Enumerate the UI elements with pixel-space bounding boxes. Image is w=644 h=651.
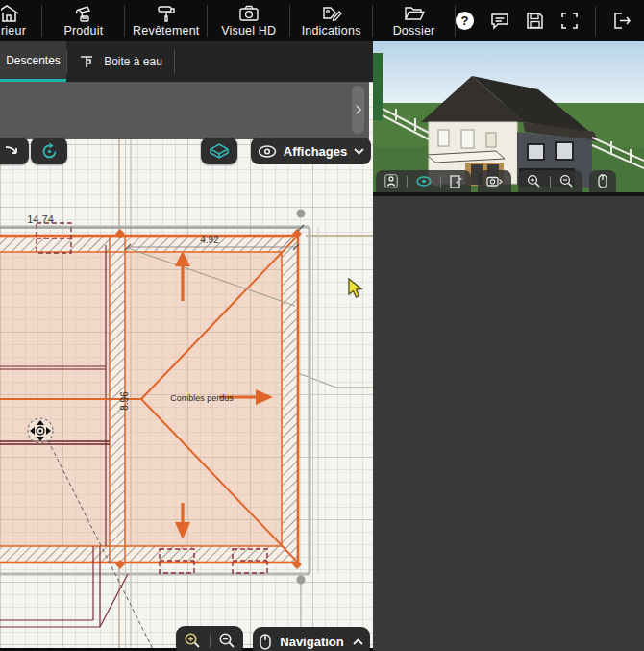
spray-gun-icon — [72, 4, 95, 23]
toolbar-item-exterieur[interactable]: rieur — [0, 0, 41, 41]
exit-icon[interactable] — [612, 12, 632, 30]
camera-move-icon[interactable] — [486, 175, 503, 188]
roof-plan-drawing[interactable]: 14.74 4.92 8.96 Combles perdus — [0, 82, 373, 651]
navigation-label: Navigation — [280, 635, 343, 649]
zoom-group-3d — [518, 170, 582, 192]
pill-divider — [407, 176, 408, 188]
help-icon[interactable]: ? — [456, 12, 474, 30]
chevron-right-icon — [355, 104, 362, 115]
roof-3d-button[interactable] — [201, 138, 237, 164]
viewport-3d-bottom-strip — [373, 192, 644, 196]
downspout-icon — [79, 53, 96, 70]
roof-3d-icon — [210, 143, 229, 160]
zoom-in-icon[interactable] — [527, 174, 541, 188]
toolbar-item-label: Dossier — [393, 24, 435, 38]
zoom-in-button[interactable] — [184, 632, 201, 649]
tab-boite-a-eau[interactable]: Boite à eau — [67, 41, 174, 82]
dimension-label-height: 8.96 — [119, 391, 130, 411]
mouse-icon[interactable] — [598, 174, 607, 188]
hedge — [373, 53, 383, 120]
zoom-out-icon[interactable] — [559, 174, 574, 188]
toolbar-actions: ? — [456, 0, 644, 41]
floor-plan-canvas[interactable]: 14.74 4.92 8.96 Combles perdus — [0, 82, 373, 651]
door-icon[interactable] — [450, 175, 462, 188]
right-panel — [373, 41, 644, 651]
paint-roller-icon — [155, 4, 178, 23]
camera-group — [478, 170, 511, 192]
view-mode-group — [376, 170, 471, 192]
tab-bar: Descentes Boite à eau — [0, 41, 373, 82]
pill-divider — [550, 176, 551, 188]
room-label: Combles perdus — [170, 393, 234, 403]
tab-separator — [174, 49, 175, 74]
move-crosshair-icon[interactable] — [28, 418, 53, 443]
toolbar-item-produit[interactable]: Produit — [42, 0, 124, 41]
save-icon[interactable] — [526, 12, 544, 30]
rotate-view-button[interactable] — [31, 138, 67, 164]
viewport-3d-toolbar — [376, 170, 616, 192]
options-drawer — [0, 82, 369, 139]
comment-icon[interactable] — [490, 13, 509, 30]
pill-divider — [440, 176, 441, 188]
toolbar-item-label: Revêtement — [133, 24, 199, 38]
toolbar-item-label: Indications — [302, 24, 361, 38]
folder-icon — [403, 4, 426, 23]
camera-icon — [237, 4, 260, 23]
selection-handle[interactable] — [297, 576, 306, 585]
toolbar-item-label: Produit — [63, 24, 103, 38]
person-icon[interactable] — [384, 174, 398, 188]
tab-label: Descentes — [6, 54, 61, 67]
application-window: rieur Produit Revêtement Visuel — [0, 0, 644, 651]
pan-arrow-icon — [4, 144, 23, 158]
toolbar-item-indications[interactable]: Indications — [290, 0, 372, 41]
windows-left — [438, 130, 496, 148]
drawer-expand-handle[interactable] — [352, 86, 364, 134]
top-toolbar: rieur Produit Revêtement Visuel — [0, 0, 644, 41]
tab-descentes[interactable]: Descentes — [0, 41, 66, 82]
tags-icon — [320, 4, 343, 23]
chevron-up-icon — [353, 638, 363, 645]
affichages-label: Affichages — [284, 144, 347, 159]
toolbar-item-label: rieur — [1, 24, 26, 38]
toolbar-item-dossier[interactable]: Dossier — [373, 0, 455, 41]
toolbar-item-label: Visuel HD — [221, 24, 276, 38]
affichages-dropdown[interactable]: Affichages — [251, 138, 371, 164]
dimension-label-inner-width: 4.92 — [200, 235, 219, 245]
navigation-dropdown[interactable]: Navigation — [253, 627, 370, 651]
toolbar-separator — [595, 7, 596, 36]
tab-label: Boite à eau — [104, 55, 162, 68]
selection-handle[interactable] — [297, 210, 306, 218]
dimension-label-width: 14.74 — [27, 213, 54, 225]
eye-icon[interactable] — [416, 176, 432, 187]
exterior-icon — [1, 4, 26, 23]
mouse-icon — [260, 634, 271, 650]
toolbar-item-revetement[interactable]: Revêtement — [125, 0, 207, 41]
rotate-icon — [40, 142, 59, 161]
pill-divider — [210, 634, 211, 648]
eye-icon — [258, 145, 277, 158]
chevron-down-icon — [354, 148, 364, 155]
pan-arrow-button[interactable] — [0, 138, 29, 164]
zoom-controls — [176, 626, 243, 651]
zoom-in-icon — [184, 632, 201, 649]
fullscreen-icon[interactable] — [560, 12, 579, 30]
zoom-out-icon — [218, 632, 235, 649]
toolbar-item-visuel-hd[interactable]: Visuel HD — [208, 0, 289, 41]
mouse-group — [589, 170, 616, 192]
viewport-3d[interactable] — [373, 41, 644, 192]
zoom-out-button[interactable] — [218, 632, 235, 649]
